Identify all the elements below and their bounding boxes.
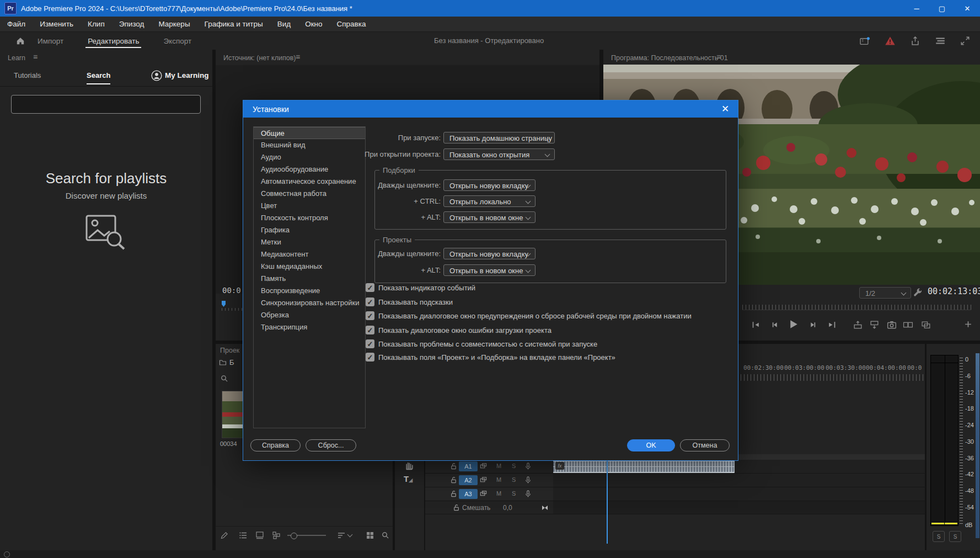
startup-select[interactable]: Показать домашнюю страницу [443, 132, 555, 144]
solo-button[interactable]: S [512, 490, 516, 497]
sync-source-icon[interactable] [479, 476, 488, 484]
program-ruler[interactable] [742, 305, 971, 310]
type-tool-icon[interactable]: T◢ [404, 474, 413, 483]
solo-button[interactable]: S [512, 476, 516, 483]
track-badge-a1[interactable]: A1 [459, 461, 478, 471]
track-badge-a2[interactable]: A2 [459, 475, 478, 485]
program-timecode[interactable]: 00:02:13:03 [928, 286, 980, 296]
button-editor-icon[interactable] [964, 320, 972, 328]
grid-icon[interactable] [366, 531, 374, 540]
lift-icon[interactable] [853, 320, 863, 330]
tab-import[interactable]: Импорт [38, 32, 63, 50]
timeline-playhead[interactable] [607, 454, 608, 544]
menu-sequence[interactable]: Эпизод [112, 20, 152, 28]
cancel-button[interactable]: Отмена [680, 439, 730, 451]
checkbox-checked-icon[interactable]: ✓ [366, 311, 374, 320]
checkbox-row[interactable]: ✓ Показывать диалоговое окно предупрежде… [366, 310, 692, 321]
hand-tool-icon[interactable] [403, 460, 414, 471]
checkbox-checked-icon[interactable]: ✓ [366, 353, 374, 362]
audio-clip[interactable]: fx [553, 460, 735, 473]
lock-icon[interactable] [452, 503, 460, 512]
bins-doubleclick-select[interactable]: Открыть новую вкладку [443, 179, 535, 191]
voiceover-mic-icon[interactable] [524, 462, 532, 470]
zoom-slider-knob[interactable] [291, 533, 297, 539]
tab-search[interactable]: Search [87, 71, 110, 79]
bins-alt-select[interactable]: Открыть в новом окне [443, 211, 535, 223]
freeform-view-icon[interactable] [272, 531, 281, 540]
comparison-view-icon[interactable] [903, 320, 913, 330]
lock-icon[interactable] [449, 476, 458, 484]
menu-window[interactable]: Окно [298, 20, 329, 28]
sort-chevron-icon[interactable] [347, 532, 353, 538]
keyframe-bowtie-icon[interactable] [540, 503, 549, 512]
step-back-icon[interactable] [770, 320, 779, 330]
reset-button[interactable]: Сброс... [306, 439, 356, 451]
program-zoom-select[interactable]: 1/2 [859, 287, 911, 299]
checkbox-row[interactable]: ✓ Показывать проблемы с совместимостью с… [366, 338, 597, 349]
lock-icon[interactable] [449, 462, 458, 470]
dialog-close-icon[interactable]: ✕ [717, 100, 733, 118]
checkbox-row[interactable]: ✓ Показывать подсказки [366, 296, 453, 307]
pref-item-trim[interactable]: Обрезка [254, 309, 365, 321]
thumbnail-view-icon[interactable] [255, 531, 264, 540]
checkbox-checked-icon[interactable]: ✓ [366, 283, 374, 292]
checkbox-checked-icon[interactable]: ✓ [366, 326, 374, 334]
ok-button[interactable]: OK [627, 439, 675, 451]
find-icon[interactable] [381, 531, 389, 539]
menu-graphics[interactable]: Графика и титры [197, 20, 270, 28]
tab-tutorials[interactable]: Tutorials [14, 71, 41, 79]
close-button[interactable]: ✕ [955, 0, 980, 17]
track-badge-a3[interactable]: A3 [459, 489, 478, 499]
checkbox-row[interactable]: ✓ Показать диалоговое окно ошибки загруз… [366, 325, 551, 336]
learn-search-input[interactable] [11, 95, 201, 114]
solo-right-button[interactable]: S [949, 531, 961, 542]
mute-button[interactable]: M [496, 490, 501, 497]
meter-scrollbar[interactable] [976, 353, 979, 538]
mute-button[interactable]: M [496, 463, 501, 469]
voiceover-mic-icon[interactable] [524, 490, 532, 498]
export-frame-icon[interactable] [887, 320, 897, 330]
mute-button[interactable]: M [496, 476, 501, 483]
minimize-button[interactable]: ─ [904, 0, 929, 17]
menu-help[interactable]: Справка [330, 20, 373, 28]
open-project-select[interactable]: Показать окно открытия [443, 148, 555, 160]
goto-in-icon[interactable] [751, 320, 761, 330]
projects-doubleclick-select[interactable]: Открыть новую вкладку [443, 248, 535, 259]
quick-export-panel-icon[interactable] [859, 36, 870, 46]
bins-ctrl-select[interactable]: Открыть локально [443, 195, 535, 207]
share-icon[interactable] [910, 36, 920, 46]
pref-item-transcription[interactable]: Транскрипция [254, 321, 365, 333]
projects-alt-select[interactable]: Открыть в новом окне [443, 264, 535, 276]
menu-markers[interactable]: Маркеры [151, 20, 197, 28]
tab-edit[interactable]: Редактировать [88, 32, 139, 50]
pref-item-playback[interactable]: Воспроизведение [254, 285, 365, 297]
source-playhead-marker[interactable] [222, 301, 226, 307]
step-forward-icon[interactable] [808, 320, 818, 330]
pref-item-memory[interactable]: Память [254, 273, 365, 285]
project-item-name[interactable]: Б [229, 358, 234, 366]
sync-source-icon[interactable] [479, 490, 488, 498]
help-button[interactable]: Справка [250, 439, 301, 451]
checkbox-row[interactable]: ✓ Показать индикатор событий [366, 282, 475, 293]
tab-export[interactable]: Экспорт [163, 32, 191, 50]
menu-view[interactable]: Вид [270, 20, 298, 28]
pref-item-graphics[interactable]: Графика [254, 224, 365, 236]
list-view-icon[interactable] [239, 531, 248, 540]
solo-button[interactable]: S [512, 463, 516, 469]
learn-panel-menu-icon[interactable]: ≡ [33, 52, 38, 61]
fullscreen-icon[interactable] [960, 36, 970, 46]
checkbox-row[interactable]: ✓ Показывать поля «Проект» и «Подборка» … [366, 352, 615, 363]
pref-item-labels[interactable]: Метки [254, 236, 365, 248]
program-panel-menu-icon[interactable]: ≡ [716, 52, 721, 61]
multicam-icon[interactable] [921, 320, 931, 330]
goto-out-icon[interactable] [827, 320, 837, 330]
timeline-ruler[interactable] [737, 374, 925, 381]
menu-edit[interactable]: Изменить [33, 20, 81, 28]
pref-item-sync-settings[interactable]: Синхронизировать настройки [254, 297, 365, 309]
lock-icon[interactable] [449, 490, 458, 498]
sync-source-icon[interactable] [479, 462, 488, 470]
maximize-button[interactable]: ▢ [929, 0, 955, 17]
checkbox-checked-icon[interactable]: ✓ [366, 297, 374, 306]
menu-clip[interactable]: Клип [81, 20, 112, 28]
checkbox-checked-icon[interactable]: ✓ [366, 339, 374, 348]
